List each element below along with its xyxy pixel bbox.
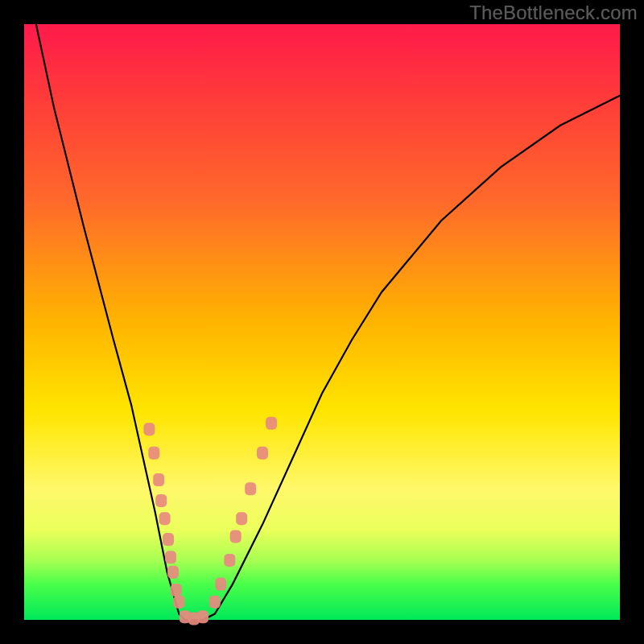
marker-point <box>163 533 174 546</box>
chart-frame: TheBottleneck.com <box>0 0 644 644</box>
marker-point <box>266 417 277 430</box>
marker-point <box>155 494 167 507</box>
marker-point <box>209 596 221 609</box>
curve-markers <box>143 417 277 625</box>
marker-point <box>171 584 182 597</box>
marker-point <box>245 482 256 495</box>
marker-point <box>236 512 247 525</box>
marker-point <box>230 530 242 543</box>
marker-point <box>153 473 164 486</box>
marker-point <box>143 423 155 436</box>
marker-point <box>173 596 184 609</box>
watermark-text: TheBottleneck.com <box>469 2 638 24</box>
marker-point <box>224 554 235 567</box>
marker-point <box>167 566 179 579</box>
marker-point <box>197 610 208 623</box>
curve-svg <box>24 24 620 620</box>
marker-point <box>148 447 159 460</box>
plot-area <box>24 24 620 620</box>
bottleneck-curve-path <box>36 24 620 620</box>
marker-point <box>159 512 171 525</box>
marker-point <box>215 578 226 591</box>
marker-point <box>165 551 176 564</box>
marker-point <box>257 447 268 460</box>
